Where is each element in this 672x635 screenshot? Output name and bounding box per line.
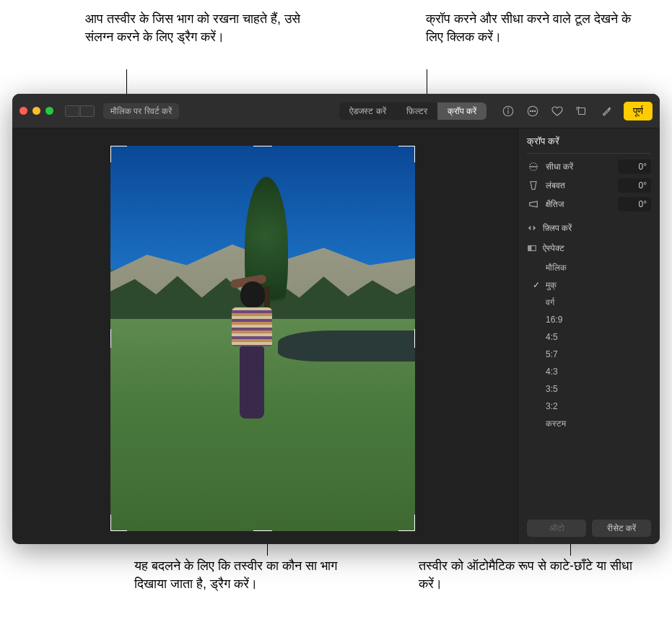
aspect-5-7[interactable]: 5:7 xyxy=(546,346,651,363)
photo-water xyxy=(278,330,415,362)
tab-adjust[interactable]: ऐडजस्ट करें xyxy=(339,102,396,120)
aspect-16-9[interactable]: 16:9 xyxy=(546,311,651,328)
flip-label: फ़्लिप करें xyxy=(543,223,572,233)
crop-handle-top[interactable] xyxy=(253,146,272,162)
crop-handle-top-left[interactable] xyxy=(110,146,127,162)
crop-handle-left[interactable] xyxy=(110,329,127,348)
main-area: क्रॉप करें सीधा करें 0° लंबवत 0° क्षैतिज… xyxy=(12,128,660,544)
aspect-original[interactable]: मौलिक xyxy=(546,259,651,276)
flip-button[interactable]: फ़्लिप करें xyxy=(527,223,651,233)
window-controls xyxy=(19,107,53,115)
crop-handle-bottom-right[interactable] xyxy=(398,514,415,531)
svg-rect-11 xyxy=(528,246,532,251)
straighten-label: सीधा करें xyxy=(546,162,612,172)
straighten-row[interactable]: सीधा करें 0° xyxy=(527,159,651,174)
vertical-row[interactable]: लंबवत 0° xyxy=(527,178,651,193)
crop-panel: क्रॉप करें सीधा करें 0° लंबवत 0° क्षैतिज… xyxy=(518,128,660,544)
aspect-3-5[interactable]: 3:5 xyxy=(546,380,651,398)
crop-rectangle[interactable] xyxy=(110,146,415,531)
aspect-3-2[interactable]: 3:2 xyxy=(546,398,651,415)
crop-handle-top-right[interactable] xyxy=(398,146,415,162)
aspect-square[interactable]: वर्ग xyxy=(546,294,651,311)
tab-filter[interactable]: फ़िल्टर xyxy=(396,102,437,120)
aspect-label: ऐस्पेक्ट xyxy=(543,243,564,253)
straighten-icon xyxy=(527,161,540,172)
aspect-header[interactable]: ऐस्पेक्ट xyxy=(527,243,651,253)
svg-point-6 xyxy=(534,110,536,112)
callout-reposition: यह बदलने के लिए कि तस्वीर का कौन सा भाग … xyxy=(134,557,351,593)
enhance-icon[interactable] xyxy=(599,104,614,118)
sidebar-toggle-right[interactable] xyxy=(80,105,95,117)
straighten-value[interactable]: 0° xyxy=(618,159,651,174)
vertical-perspective-icon xyxy=(527,180,540,191)
photos-edit-window: मौलिक पर रिवर्ट करें ऐडजस्ट करें फ़िल्टर… xyxy=(12,94,660,544)
canvas-area xyxy=(12,128,518,544)
rotate-icon[interactable] xyxy=(575,104,589,118)
svg-point-5 xyxy=(532,110,533,112)
aspect-4-5[interactable]: 4:5 xyxy=(546,328,651,346)
callout-drag-enclose: आप तस्वीर के जिस भाग को रखना चाहते हैं, … xyxy=(85,10,302,46)
close-button[interactable] xyxy=(19,107,27,115)
photo-person xyxy=(226,284,278,454)
crop-handle-right[interactable] xyxy=(398,329,415,348)
sidebar-toggle-left[interactable] xyxy=(65,105,79,117)
done-button[interactable]: पूर्ण xyxy=(624,102,653,121)
horizontal-perspective-icon xyxy=(527,198,540,210)
horizontal-label: क्षैतिज xyxy=(546,199,612,209)
panel-title: क्रॉप करें xyxy=(527,136,651,154)
toolbar: मौलिक पर रिवर्ट करें ऐडजस्ट करें फ़िल्टर… xyxy=(12,94,660,128)
more-icon[interactable] xyxy=(525,104,540,118)
horizontal-value[interactable]: 0° xyxy=(618,197,651,211)
edit-mode-tabs: ऐडजस्ट करें फ़िल्टर क्रॉप करें xyxy=(339,102,486,120)
minimize-button[interactable] xyxy=(32,107,40,115)
favorite-icon[interactable] xyxy=(550,104,564,118)
vertical-value[interactable]: 0° xyxy=(618,178,651,193)
callout-crop-tools: क्रॉप करने और सीधा करने वाले टूल देखने क… xyxy=(426,10,642,46)
reset-button[interactable]: रीसेट करें xyxy=(592,520,651,537)
aspect-4-3[interactable]: 4:3 xyxy=(546,363,651,380)
vertical-label: लंबवत xyxy=(546,180,612,190)
info-icon[interactable] xyxy=(501,104,515,118)
aspect-free[interactable]: मुक् xyxy=(546,276,651,294)
revert-to-original-button[interactable]: मौलिक पर रिवर्ट करें xyxy=(103,103,179,119)
svg-point-4 xyxy=(530,110,531,112)
sidebar-toggle-group xyxy=(65,105,95,117)
tab-crop[interactable]: क्रॉप करें xyxy=(437,102,486,120)
svg-point-2 xyxy=(508,108,509,108)
callout-auto: तस्वीर को ऑटोमैटिक रूप से काटे-छाँटे या … xyxy=(419,557,635,593)
horizontal-row[interactable]: क्षैतिज 0° xyxy=(527,197,651,211)
auto-button[interactable]: ऑटो xyxy=(527,520,586,537)
svg-rect-7 xyxy=(579,108,585,114)
maximize-button[interactable] xyxy=(45,107,53,115)
aspect-list: मौलिक मुक् वर्ग 16:9 4:5 5:7 4:3 3:5 3:2… xyxy=(546,259,651,432)
aspect-custom[interactable]: कस्टम xyxy=(546,415,651,432)
crop-handle-bottom-left[interactable] xyxy=(110,514,127,531)
crop-handle-bottom[interactable] xyxy=(253,514,272,531)
